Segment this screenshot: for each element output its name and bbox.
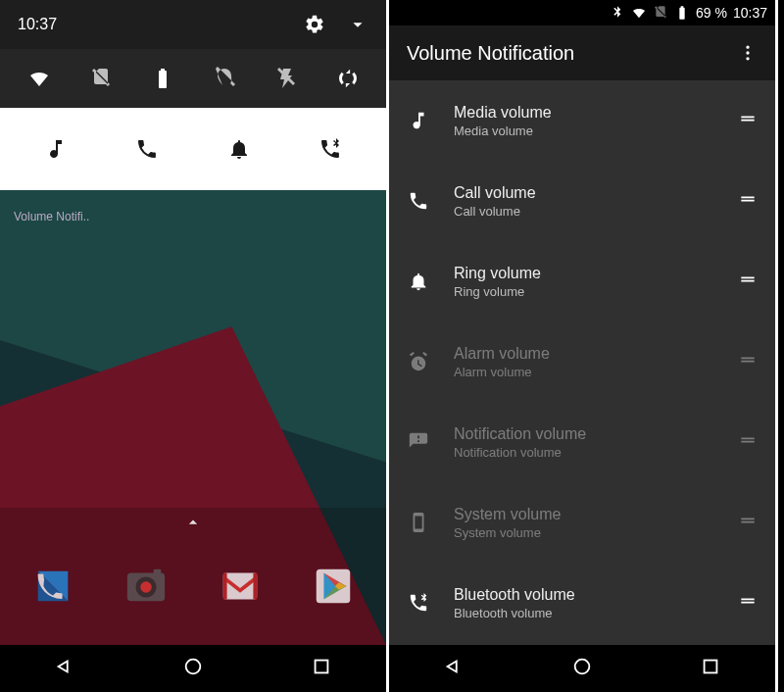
wifi-icon[interactable] <box>27 67 51 90</box>
dock <box>0 508 386 645</box>
list-item[interactable]: System volumeSystem volume <box>389 482 775 563</box>
item-subtitle: System volume <box>454 525 714 540</box>
drag-handle-icon[interactable] <box>738 350 758 373</box>
battery-icon[interactable] <box>151 67 174 90</box>
status-time: 10:37 <box>733 5 767 21</box>
phone-icon[interactable] <box>135 137 159 161</box>
bluetooth-call-icon[interactable] <box>318 137 342 161</box>
list-item[interactable]: Ring volumeRing volume <box>389 241 775 321</box>
music-icon[interactable] <box>44 137 68 161</box>
item-title: Ring volume <box>454 265 714 282</box>
status-time: 10:37 <box>18 16 57 33</box>
nav-home-icon[interactable] <box>571 656 593 681</box>
list-item[interactable]: Media volumeMedia volume <box>389 80 775 161</box>
smartphone-icon <box>407 512 430 533</box>
drag-handle-icon[interactable] <box>738 430 758 454</box>
bluetooth-call-icon <box>407 592 430 614</box>
item-subtitle: Call volume <box>454 204 714 219</box>
drag-handle-icon[interactable] <box>738 189 758 213</box>
item-title: System volume <box>454 506 714 523</box>
homescreen: Volume Notifi.. <box>0 190 386 645</box>
sim-off-icon[interactable] <box>89 67 113 90</box>
bell-icon <box>407 271 430 292</box>
flashlight-off-icon[interactable] <box>274 67 298 90</box>
nav-home-icon[interactable] <box>182 656 204 681</box>
list-item[interactable]: Bluetooth volumeBluetooth volume <box>389 563 775 643</box>
gmail-app-icon[interactable] <box>212 558 269 615</box>
volume-list: Media volumeMedia volumeCall volumeCall … <box>389 80 775 645</box>
music-icon <box>407 110 430 131</box>
announcement-icon <box>407 431 430 453</box>
chevron-down-icon[interactable] <box>347 14 368 35</box>
drag-handle-icon[interactable] <box>738 511 758 534</box>
svg-rect-6 <box>223 573 258 600</box>
phone-icon <box>407 190 430 212</box>
dialer-app-icon[interactable] <box>24 558 81 615</box>
nav-back-icon[interactable] <box>54 656 75 681</box>
overflow-menu-icon[interactable] <box>738 43 758 63</box>
gear-icon[interactable] <box>304 14 325 35</box>
item-title: Bluetooth volume <box>454 586 714 604</box>
drag-handle-icon[interactable] <box>738 270 758 293</box>
appbar-title: Volume Notification <box>407 42 574 65</box>
wifi-icon <box>631 5 647 21</box>
item-subtitle: Bluetooth volume <box>454 606 714 620</box>
location-off-icon[interactable] <box>213 67 236 90</box>
bell-icon[interactable] <box>227 137 251 161</box>
item-title: Media volume <box>454 104 714 122</box>
nav-recent-icon[interactable] <box>311 656 332 681</box>
nav-recent-icon[interactable] <box>700 656 721 681</box>
alarm-icon <box>407 351 430 372</box>
drag-handle-icon[interactable] <box>738 109 758 132</box>
nav-back-icon[interactable] <box>443 656 465 681</box>
navbar <box>389 645 775 692</box>
svg-point-4 <box>141 581 153 593</box>
drag-handle-icon[interactable] <box>738 591 758 615</box>
list-item[interactable]: Alarm volumeAlarm volume <box>389 321 775 402</box>
svg-rect-5 <box>154 569 162 575</box>
bluetooth-icon <box>610 5 625 21</box>
list-item[interactable]: Notification volumeNotification volume <box>389 402 775 482</box>
right-phone: 69 % 10:37 Volume Notification Media vol… <box>389 0 778 692</box>
app-drawer-icon[interactable] <box>0 508 386 537</box>
statusbar: 69 % 10:37 <box>389 0 775 25</box>
play-store-app-icon[interactable] <box>305 558 362 615</box>
app-shortcut-label[interactable]: Volume Notifi.. <box>14 210 89 223</box>
navbar <box>0 645 386 692</box>
item-title: Notification volume <box>454 425 714 443</box>
battery-percent: 69 % <box>696 5 727 21</box>
battery-icon <box>674 5 690 21</box>
camera-app-icon[interactable] <box>118 558 174 615</box>
quicksettings-header: 10:37 <box>0 0 386 49</box>
item-subtitle: Alarm volume <box>454 365 714 379</box>
item-subtitle: Notification volume <box>454 445 714 460</box>
left-phone: 10:37 Volume Notifi.. <box>0 0 389 692</box>
item-subtitle: Media volume <box>454 124 714 138</box>
sim-off-icon <box>653 5 668 21</box>
item-title: Call volume <box>454 184 714 202</box>
list-item[interactable]: Call volumeCall volume <box>389 161 775 241</box>
auto-rotate-icon[interactable] <box>336 67 360 90</box>
item-subtitle: Ring volume <box>454 284 714 299</box>
item-title: Alarm volume <box>454 345 714 363</box>
quicksettings-row <box>0 49 386 108</box>
appbar: Volume Notification <box>389 25 775 80</box>
volume-notification-panel[interactable] <box>0 108 386 190</box>
